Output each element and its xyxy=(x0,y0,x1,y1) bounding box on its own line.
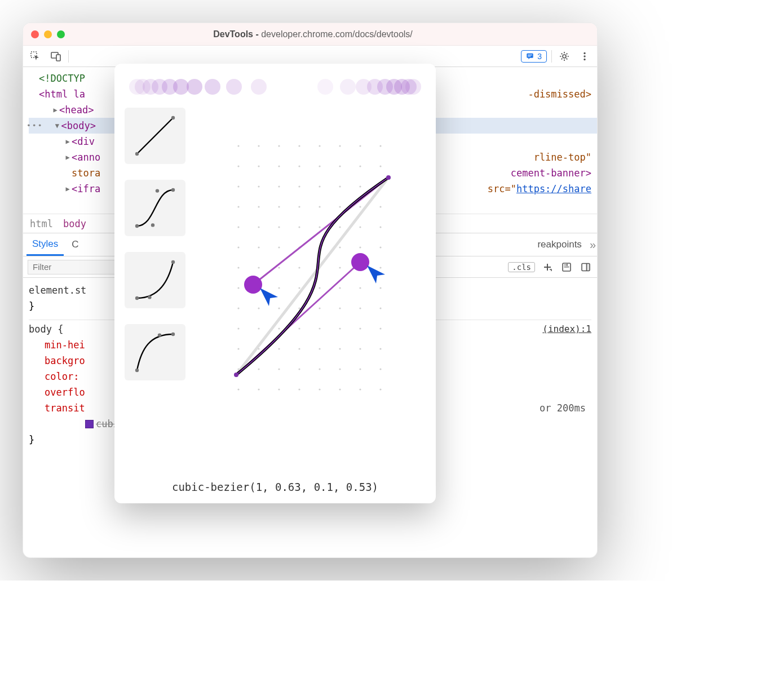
new-rule-icon[interactable] xyxy=(541,260,554,274)
svg-line-15 xyxy=(137,118,173,154)
tab-styles[interactable]: Styles xyxy=(26,233,64,256)
svg-rect-3 xyxy=(527,53,533,57)
bezier-graph[interactable] xyxy=(197,104,426,473)
preset-ease-in[interactable] xyxy=(125,252,185,308)
svg-point-19 xyxy=(151,223,154,227)
bezier-readout: cubic-bezier(1, 0.63, 0.1, 0.53) xyxy=(125,481,426,493)
svg-point-8 xyxy=(584,55,585,57)
preview-trail-left xyxy=(129,79,267,95)
svg-point-7 xyxy=(584,52,585,54)
svg-point-25 xyxy=(135,369,139,372)
svg-rect-4 xyxy=(528,54,532,55)
svg-point-33 xyxy=(234,373,238,377)
close-window-button[interactable] xyxy=(31,30,39,38)
svg-point-26 xyxy=(158,333,161,336)
device-toggle-icon[interactable] xyxy=(48,48,64,64)
preset-ease-out[interactable] xyxy=(125,324,185,380)
title-url: developer.chrome.com/docs/devtools/ xyxy=(261,29,413,39)
svg-rect-5 xyxy=(528,56,531,56)
tab-breakpoints-partial[interactable]: reakpoints xyxy=(532,233,587,256)
control-point-1[interactable] xyxy=(244,276,262,294)
computed-panel-icon[interactable] xyxy=(560,260,573,274)
rule-source-link[interactable]: (index):1 xyxy=(542,321,591,337)
titlebar: DevTools - developer.chrome.com/docs/dev… xyxy=(23,23,597,46)
more-menu-icon[interactable] xyxy=(577,48,593,64)
control-point-2[interactable] xyxy=(351,253,369,271)
bezier-presets xyxy=(125,104,187,473)
toggle-sidebar-icon[interactable] xyxy=(579,260,593,274)
svg-point-16 xyxy=(135,152,139,156)
preview-trail-right xyxy=(317,79,421,95)
toolbar-divider xyxy=(68,50,69,63)
bezier-editor-popover: cubic-bezier(1, 0.63, 0.1, 0.53) xyxy=(114,64,436,503)
toolbar-divider xyxy=(551,50,552,63)
traffic-lights xyxy=(31,30,65,38)
svg-point-20 xyxy=(156,189,159,192)
svg-point-23 xyxy=(148,295,151,299)
svg-rect-2 xyxy=(56,55,60,61)
tab-computed-partial[interactable]: C xyxy=(66,233,84,256)
svg-point-21 xyxy=(171,188,175,192)
svg-point-6 xyxy=(563,55,566,58)
breadcrumb-body[interactable]: body xyxy=(63,218,86,229)
svg-point-9 xyxy=(584,58,585,60)
message-icon xyxy=(526,52,534,60)
bezier-swatch-icon[interactable] xyxy=(85,420,94,428)
svg-rect-14 xyxy=(587,263,590,271)
messages-count: 3 xyxy=(537,52,542,61)
preset-linear[interactable] xyxy=(125,108,185,164)
svg-point-27 xyxy=(171,333,175,336)
window-title: DevTools - developer.chrome.com/docs/dev… xyxy=(65,29,561,39)
svg-rect-12 xyxy=(564,267,569,267)
svg-point-22 xyxy=(135,296,139,300)
devtools-window: DevTools - developer.chrome.com/docs/dev… xyxy=(23,23,598,558)
more-tabs-icon[interactable]: » xyxy=(590,238,594,251)
preset-ease-in-out[interactable] xyxy=(125,180,185,236)
minimize-window-button[interactable] xyxy=(44,30,52,38)
settings-icon[interactable] xyxy=(556,48,572,64)
svg-point-34 xyxy=(386,175,391,180)
messages-badge[interactable]: 3 xyxy=(521,50,547,63)
svg-point-18 xyxy=(135,224,139,228)
maximize-window-button[interactable] xyxy=(57,30,65,38)
inspect-element-icon[interactable] xyxy=(28,48,43,64)
title-prefix: DevTools - xyxy=(213,29,261,39)
svg-point-17 xyxy=(171,116,175,119)
animation-preview xyxy=(125,73,426,101)
cls-toggle[interactable]: .cls xyxy=(508,262,535,272)
svg-point-24 xyxy=(171,260,175,264)
breadcrumb-html[interactable]: html xyxy=(30,218,53,229)
